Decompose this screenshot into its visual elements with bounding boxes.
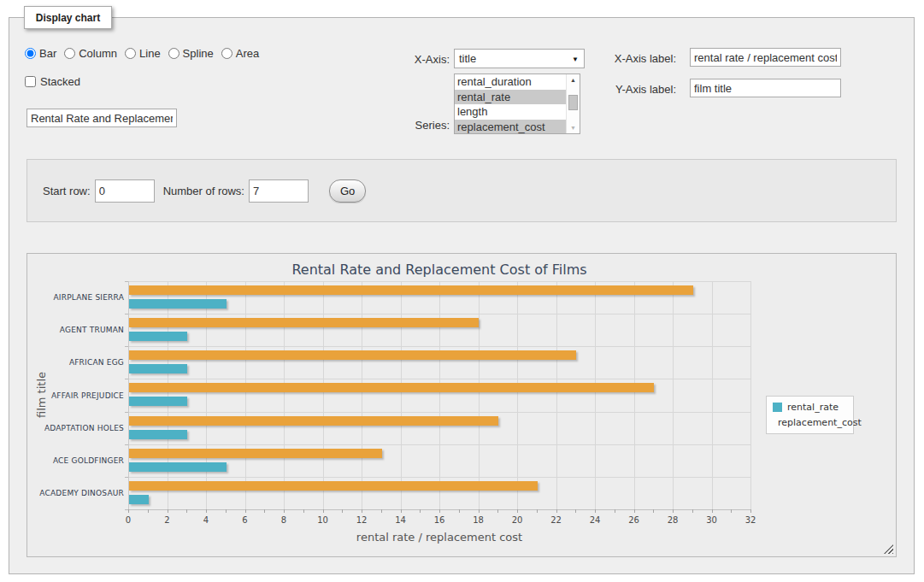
x-tick-label: 32 <box>733 515 768 525</box>
panel-title-text: Display chart <box>36 12 100 24</box>
x-axis-tick <box>323 509 324 513</box>
number-of-rows-label: Number of rows: <box>163 185 244 197</box>
row-range-panel: Start row: Number of rows: Go <box>26 159 897 222</box>
series-option-rental-rate[interactable]: rental_rate <box>455 90 566 105</box>
x-axis-tick <box>459 509 460 513</box>
x-tick-label: 0 <box>111 515 145 525</box>
series-option-replacement-cost[interactable]: replacement_cost <box>455 120 566 135</box>
category-label: ACE GOLDFINGER <box>30 456 124 465</box>
x-axis-tick <box>381 509 382 513</box>
x-axis-tick <box>537 509 538 513</box>
series-option-rental-duration[interactable]: rental_duration <box>455 74 566 90</box>
scrollbar-thumb[interactable] <box>568 95 578 110</box>
chart-type-option-line[interactable]: Line <box>125 47 161 60</box>
x-axis-tick <box>517 509 518 513</box>
category-gridline <box>128 477 750 478</box>
x-axis-tick <box>284 509 285 513</box>
x-axis-tick <box>128 509 129 513</box>
radio-label: Spline <box>183 47 214 60</box>
bar-rental-rate <box>129 397 187 406</box>
chart-title-input[interactable] <box>26 109 177 127</box>
legend-item: replacement_cost <box>773 417 847 428</box>
x-tick-label: 22 <box>539 515 574 525</box>
series-scrollbar[interactable]: ▲ ▼ <box>566 74 580 133</box>
y-axis-title: film title <box>35 372 48 418</box>
x-gridline <box>479 281 480 509</box>
x-axis-tick <box>634 509 635 513</box>
chart-type-option-bar[interactable]: Bar <box>25 47 56 60</box>
bar-rental-rate <box>129 364 187 373</box>
x-axis-tick <box>439 509 440 513</box>
x-axis-tick <box>479 509 480 513</box>
bar-rental-rate <box>129 462 227 472</box>
scroll-down-icon[interactable]: ▼ <box>567 122 580 133</box>
radio-spline[interactable] <box>168 48 180 59</box>
chart-type-options: BarColumnLineSplineArea <box>25 47 259 60</box>
y-axis-tick <box>125 346 128 347</box>
series-listbox[interactable]: rental_durationrental_ratelengthreplacem… <box>454 73 580 134</box>
x-axis-tick <box>731 509 732 513</box>
series-options: rental_durationrental_ratelengthreplacem… <box>455 74 566 133</box>
page: Display chart BarColumnLineSplineArea St… <box>0 0 924 582</box>
bar-rental-rate <box>129 332 187 341</box>
x-axis-tick <box>342 509 343 513</box>
x-axis-label-label: X-Axis label: <box>599 52 676 65</box>
radio-label: Line <box>139 47 161 60</box>
chart-container: Rental Rate and Replacement Cost of Film… <box>26 253 897 557</box>
radio-bar[interactable] <box>25 48 36 59</box>
x-gridline <box>750 281 751 509</box>
number-of-rows-input[interactable] <box>249 179 309 203</box>
stacked-checkbox[interactable] <box>25 76 36 87</box>
bar-replacement-cost <box>129 383 654 392</box>
x-axis-tick <box>692 509 693 513</box>
x-tick-label: 30 <box>695 515 729 525</box>
stacked-label: Stacked <box>40 75 80 88</box>
category-label: AIRPLANE SIERRA <box>30 293 124 302</box>
legend-swatch-rental-rate <box>773 403 782 412</box>
x-gridline <box>362 281 362 509</box>
x-gridline <box>595 281 596 509</box>
chart-type-option-area[interactable]: Area <box>221 47 259 60</box>
radio-label: Bar <box>39 47 56 60</box>
x-axis-tick <box>575 509 576 513</box>
x-gridline <box>284 281 285 509</box>
x-axis-select[interactable]: title ▼ <box>454 49 585 68</box>
y-axis-label-input[interactable] <box>690 79 841 97</box>
x-tick-label: 14 <box>384 515 418 525</box>
x-tick-label: 16 <box>422 515 456 525</box>
radio-column[interactable] <box>64 48 75 59</box>
chart-type-option-column[interactable]: Column <box>64 47 117 60</box>
y-axis-tick <box>125 444 128 445</box>
stacked-option[interactable]: Stacked <box>25 75 80 88</box>
start-row-label: Start row: <box>43 185 91 197</box>
x-axis-label-input[interactable] <box>690 48 841 67</box>
x-tick-label: 2 <box>150 515 185 525</box>
x-axis-tick <box>186 509 187 513</box>
chart-type-option-spline[interactable]: Spline <box>168 47 214 60</box>
go-button[interactable]: Go <box>329 179 366 203</box>
category-label: ACADEMY DINOSAUR <box>30 489 124 497</box>
resize-grip-icon[interactable] <box>884 544 893 554</box>
x-axis-tick <box>712 509 713 513</box>
bar-rental-rate <box>129 299 227 309</box>
scroll-up-icon[interactable]: ▲ <box>567 74 580 85</box>
display-chart-panel: BarColumnLineSplineArea Stacked X-Axis: … <box>9 17 915 574</box>
start-row-input[interactable] <box>95 179 155 203</box>
category-gridline <box>128 346 750 347</box>
category-gridline <box>128 379 750 379</box>
x-axis-tick <box>226 509 227 513</box>
x-axis-tick <box>750 509 751 513</box>
x-axis-tick <box>556 509 557 513</box>
x-gridline <box>168 281 168 509</box>
series-option-length[interactable]: length <box>455 104 566 120</box>
x-axis-tick <box>148 509 149 513</box>
series-select-label: Series: <box>390 119 450 132</box>
category-label: AGENT TRUMAN <box>30 326 124 334</box>
x-gridline <box>323 281 324 509</box>
x-axis-tick <box>206 509 207 513</box>
radio-line[interactable] <box>125 48 136 59</box>
legend-label: replacement_cost <box>778 417 862 428</box>
x-gridline <box>245 281 246 509</box>
radio-area[interactable] <box>221 48 232 59</box>
category-gridline <box>128 281 750 282</box>
